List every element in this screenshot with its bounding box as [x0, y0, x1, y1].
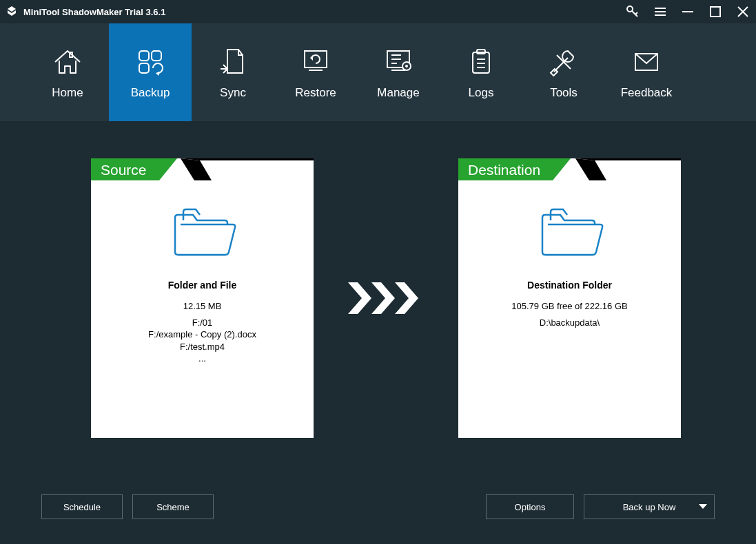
svg-marker-38 — [348, 282, 371, 314]
home-icon — [51, 45, 84, 79]
svg-rect-13 — [139, 63, 149, 73]
svg-line-2 — [635, 12, 637, 14]
tab-label: Restore — [295, 86, 336, 100]
app-title: MiniTool ShadowMaker Trial 3.6.1 — [23, 7, 165, 17]
tab-feedback[interactable]: Feedback — [605, 23, 688, 121]
source-header-label: Source — [91, 158, 159, 180]
tab-label: Tools — [550, 86, 578, 100]
maximize-icon[interactable] — [708, 4, 723, 19]
destination-free-space: 105.79 GB free of 222.16 GB — [511, 300, 627, 313]
svg-point-0 — [627, 6, 633, 12]
source-panel-header: Source — [91, 158, 314, 180]
destination-title: Destination Folder — [527, 280, 612, 291]
tab-label: Home — [52, 86, 83, 100]
app-logo-icon — [6, 6, 18, 18]
svg-rect-12 — [152, 51, 161, 61]
tab-sync[interactable]: Sync — [192, 23, 274, 121]
content-area: Source Folder and File 12.15 MB F:/01 F:… — [0, 121, 756, 544]
tab-tools[interactable]: Tools — [522, 23, 605, 121]
scheme-button[interactable]: Scheme — [132, 494, 214, 519]
destination-path: D:\backupdata\ — [540, 317, 600, 329]
tab-logs[interactable]: Logs — [440, 23, 522, 121]
tab-label: Manage — [377, 86, 419, 100]
toolbar: Home Backup Sync Restore Manage Logs T — [0, 23, 756, 121]
folder-icon — [168, 204, 237, 259]
backup-now-button[interactable]: Back up Now — [584, 494, 715, 519]
tab-manage[interactable]: Manage — [357, 23, 440, 121]
tab-label: Feedback — [621, 86, 673, 100]
titlebar: MiniTool ShadowMaker Trial 3.6.1 — [0, 0, 756, 23]
tools-icon — [547, 45, 580, 79]
svg-rect-33 — [551, 69, 558, 76]
source-file-3: F:/test.mp4 — [180, 341, 225, 353]
source-size: 12.15 MB — [183, 300, 222, 313]
schedule-button[interactable]: Schedule — [41, 494, 123, 519]
manage-icon — [382, 45, 415, 79]
backup-now-label: Back up Now — [623, 502, 676, 512]
sync-icon — [216, 45, 249, 79]
svg-marker-14 — [156, 72, 160, 76]
source-file-more: ... — [198, 353, 206, 365]
folder-icon — [535, 204, 604, 259]
close-icon[interactable] — [735, 4, 750, 19]
svg-marker-42 — [575, 158, 606, 180]
svg-rect-11 — [139, 51, 149, 61]
chevrons-icon — [348, 282, 424, 314]
minimize-icon[interactable] — [680, 4, 695, 19]
svg-rect-16 — [305, 51, 327, 67]
options-button[interactable]: Options — [486, 494, 574, 519]
svg-marker-17 — [310, 55, 313, 61]
svg-marker-37 — [181, 158, 212, 180]
svg-point-25 — [405, 65, 408, 67]
source-file-1: F:/01 — [192, 317, 213, 329]
bottom-bar: Schedule Scheme Options Back up Now — [41, 494, 715, 519]
tab-restore[interactable]: Restore — [274, 23, 357, 121]
destination-panel-body[interactable]: Destination Folder 105.79 GB free of 222… — [458, 180, 681, 438]
feedback-icon — [630, 45, 663, 79]
destination-panel-header: Destination — [458, 158, 681, 180]
destination-panel[interactable]: Destination Destination Folder 105.79 GB… — [458, 158, 681, 438]
svg-marker-39 — [371, 282, 395, 314]
key-icon[interactable] — [625, 4, 640, 19]
svg-marker-40 — [395, 282, 418, 314]
tab-label: Backup — [131, 86, 170, 100]
menu-icon[interactable] — [653, 4, 668, 19]
svg-rect-7 — [711, 7, 720, 17]
tab-home[interactable]: Home — [26, 23, 109, 121]
source-panel[interactable]: Source Folder and File 12.15 MB F:/01 F:… — [91, 158, 314, 438]
source-panel-body[interactable]: Folder and File 12.15 MB F:/01 F:/exampl… — [91, 180, 314, 438]
restore-icon — [299, 45, 332, 79]
logs-icon — [464, 45, 498, 79]
tab-label: Sync — [220, 86, 246, 100]
source-title: Folder and File — [168, 280, 237, 291]
destination-header-label: Destination — [458, 158, 553, 180]
tab-backup[interactable]: Backup — [109, 23, 192, 121]
svg-marker-43 — [699, 504, 707, 509]
tab-label: Logs — [469, 86, 494, 100]
svg-marker-36 — [181, 158, 314, 160]
app-logo — [6, 6, 18, 18]
backup-icon — [134, 45, 167, 79]
chevron-down-icon[interactable] — [699, 504, 707, 510]
source-file-2: F:/example - Copy (2).docx — [148, 328, 256, 341]
